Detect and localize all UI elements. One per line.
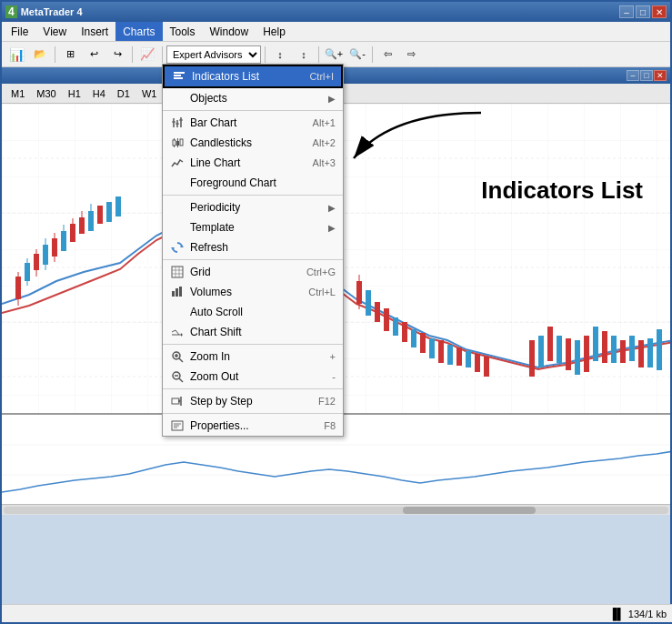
svg-rect-23 [97, 206, 103, 224]
svg-rect-24 [106, 202, 112, 222]
svg-rect-38 [411, 329, 416, 347]
menu-item-bar-chart[interactable]: Bar Chart Alt+1 [163, 113, 343, 133]
bar-chart-shortcut: Alt+1 [313, 117, 336, 128]
menu-item-chart-shift[interactable]: Chart Shift [163, 322, 343, 342]
svg-rect-60 [647, 338, 653, 367]
sep2 [132, 46, 133, 63]
maximize-button[interactable]: □ [636, 5, 650, 18]
scrollbar-track [4, 507, 668, 514]
zoom-out-btn[interactable]: 🔍- [346, 45, 368, 65]
svg-line-96 [176, 330, 179, 335]
svg-rect-39 [420, 333, 426, 353]
objects-arrow: ▶ [328, 94, 336, 104]
svg-rect-58 [629, 336, 635, 361]
menu-item-volumes[interactable]: Volumes Ctrl+L [163, 282, 343, 302]
status-bar: ▐▌ 134/1 kb [2, 604, 672, 622]
menu-tools[interactable]: Tools [163, 22, 203, 41]
template-icon [170, 220, 185, 235]
menu-item-candlesticks[interactable]: Candlesticks Alt+2 [163, 133, 343, 153]
app-icon: 4 [5, 5, 17, 18]
menu-view[interactable]: View [35, 22, 74, 41]
svg-rect-21 [79, 217, 85, 234]
svg-rect-86 [172, 267, 183, 277]
btn7[interactable]: ⇦ [376, 45, 398, 65]
menu-item-zoom-in[interactable]: Zoom In + [163, 347, 343, 367]
expert-advisors-combo[interactable]: Expert Advisors [166, 45, 261, 64]
btn4[interactable]: ↪ [106, 45, 128, 65]
btn8[interactable]: ⇨ [400, 45, 422, 65]
indicators-list-label-menu: Indicators List [192, 70, 259, 83]
indicator-icon[interactable]: 📈 [136, 45, 158, 65]
title-bar-controls: – □ ✕ [619, 5, 667, 18]
period-m30[interactable]: M30 [31, 86, 61, 101]
svg-line-97 [172, 330, 176, 332]
period-h4[interactable]: H4 [87, 86, 111, 101]
menu-item-indicators-list[interactable]: Indicators List Ctrl+I [163, 65, 343, 88]
zoom-out-label: Zoom Out [190, 370, 238, 383]
menu-item-properties[interactable]: Properties... F8 [163, 416, 343, 436]
zoom-in-menu-icon [170, 349, 185, 364]
btn6[interactable]: ↕ [293, 45, 315, 65]
sep3 [162, 46, 163, 63]
menu-item-auto-scroll[interactable]: Auto Scroll [163, 302, 343, 322]
indicators-label-container: Indicators List [481, 176, 643, 205]
menu-item-template[interactable]: Template ▶ [163, 217, 343, 237]
zoom-in-shortcut: + [330, 351, 336, 362]
menu-insert[interactable]: Insert [74, 22, 115, 41]
close-button[interactable]: ✕ [652, 5, 667, 18]
period-h1[interactable]: H1 [63, 86, 86, 101]
zoom-out-shortcut: - [332, 371, 336, 382]
template-label: Template [190, 221, 235, 234]
btn5[interactable]: ↕ [269, 45, 291, 65]
menu-item-zoom-out[interactable]: Zoom Out - [163, 367, 343, 387]
bar-chart-icon: ▐▌ [609, 608, 625, 620]
open-btn[interactable]: 📂 [29, 45, 51, 65]
new-chart-btn[interactable]: 📊 [5, 45, 27, 65]
scrollbar-thumb[interactable] [403, 507, 536, 514]
period-d1[interactable]: D1 [112, 86, 135, 101]
svg-rect-57 [620, 340, 626, 363]
chart-shift-label: Chart Shift [190, 326, 242, 338]
menu-help[interactable]: Help [256, 22, 293, 41]
svg-rect-37 [402, 322, 407, 342]
inner-min-btn[interactable]: – [627, 70, 639, 81]
svg-rect-20 [70, 224, 75, 242]
menu-item-objects[interactable]: Objects ▶ [163, 88, 343, 108]
bar-chart-label: Bar Chart [190, 116, 236, 129]
menu-charts[interactable]: Charts [115, 22, 162, 41]
svg-rect-53 [584, 336, 589, 372]
svg-rect-22 [88, 211, 94, 231]
volumes-shortcut: Ctrl+L [308, 287, 336, 297]
svg-rect-42 [447, 345, 453, 365]
title-bar: 4 MetaTrader 4 – □ ✕ [2, 2, 670, 22]
inner-max-btn[interactable]: □ [640, 70, 653, 81]
menu-item-line-chart[interactable]: Line Chart Alt+3 [163, 153, 343, 173]
svg-rect-43 [456, 347, 462, 366]
menu-item-grid[interactable]: Grid Ctrl+G [163, 262, 343, 282]
btn2[interactable]: ⊞ [59, 45, 81, 65]
periodicity-icon [170, 200, 185, 215]
minimize-button[interactable]: – [619, 5, 634, 18]
menu-item-periodicity[interactable]: Periodicity ▶ [163, 197, 343, 217]
period-w1[interactable]: W1 [136, 86, 163, 101]
period-m1[interactable]: M1 [5, 86, 30, 101]
menu-item-refresh[interactable]: Refresh [163, 237, 343, 257]
zoom-in-btn[interactable]: 🔍+ [323, 45, 345, 65]
refresh-icon [170, 240, 185, 255]
menu-item-step-by-step[interactable]: Step by Step F12 [163, 391, 343, 411]
step-by-step-label: Step by Step [190, 395, 253, 408]
menu-item-foreground-chart[interactable]: Foreground Chart [163, 173, 343, 193]
sep4 [163, 344, 343, 345]
svg-rect-61 [657, 329, 662, 370]
menu-file[interactable]: File [4, 22, 35, 41]
sep6 [163, 413, 343, 414]
auto-scroll-label: Auto Scroll [190, 306, 243, 318]
menu-window[interactable]: Window [203, 22, 256, 41]
btn3[interactable]: ↩ [83, 45, 105, 65]
svg-rect-44 [466, 351, 471, 367]
inner-close-btn[interactable]: ✕ [654, 70, 667, 81]
sep4 [265, 46, 266, 63]
grid-label: Grid [190, 266, 211, 278]
chart-scrollbar[interactable] [2, 504, 670, 515]
svg-rect-19 [61, 231, 66, 251]
